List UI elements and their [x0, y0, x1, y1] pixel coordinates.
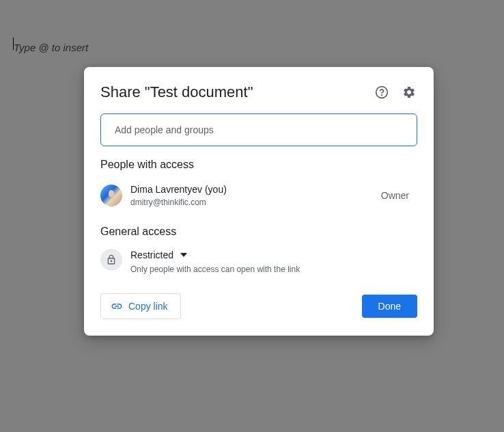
access-description: Only people with access can open with th…	[130, 265, 417, 274]
copy-link-label: Copy link	[128, 301, 168, 312]
link-icon	[111, 300, 123, 312]
gear-icon[interactable]	[401, 84, 417, 100]
person-row: Dima Lavrentyev (you) dmitry@thinkific.c…	[100, 179, 417, 212]
done-button[interactable]: Done	[362, 295, 417, 318]
access-level-dropdown[interactable]: Restricted	[130, 249, 417, 261]
access-info: Restricted Only people with access can o…	[130, 249, 417, 273]
add-people-input[interactable]	[115, 124, 403, 135]
chevron-down-icon	[180, 253, 187, 257]
dialog-footer: Copy link Done	[100, 293, 417, 319]
general-access-row: Restricted Only people with access can o…	[100, 246, 417, 276]
dialog-header: Share "Test document"	[100, 83, 417, 101]
share-dialog: Share "Test document" People with access…	[84, 67, 434, 336]
people-input-wrapper[interactable]	[100, 113, 417, 146]
general-access-title: General access	[100, 226, 417, 238]
person-email: dmitry@thinkific.com	[130, 197, 381, 208]
person-name: Dima Lavrentyev (you)	[130, 183, 381, 197]
dialog-title: Share "Test document"	[100, 83, 253, 101]
access-level-label: Restricted	[130, 249, 173, 261]
lock-icon	[100, 249, 122, 271]
role-label: Owner	[381, 190, 409, 201]
avatar	[100, 185, 122, 206]
help-icon[interactable]	[374, 84, 390, 100]
person-info: Dima Lavrentyev (you) dmitry@thinkific.c…	[130, 183, 381, 208]
header-icons	[374, 84, 417, 100]
copy-link-button[interactable]: Copy link	[100, 293, 181, 319]
editor-placeholder: Type @ to insert	[14, 42, 88, 53]
people-access-title: People with access	[100, 159, 417, 171]
svg-point-1	[382, 95, 382, 96]
